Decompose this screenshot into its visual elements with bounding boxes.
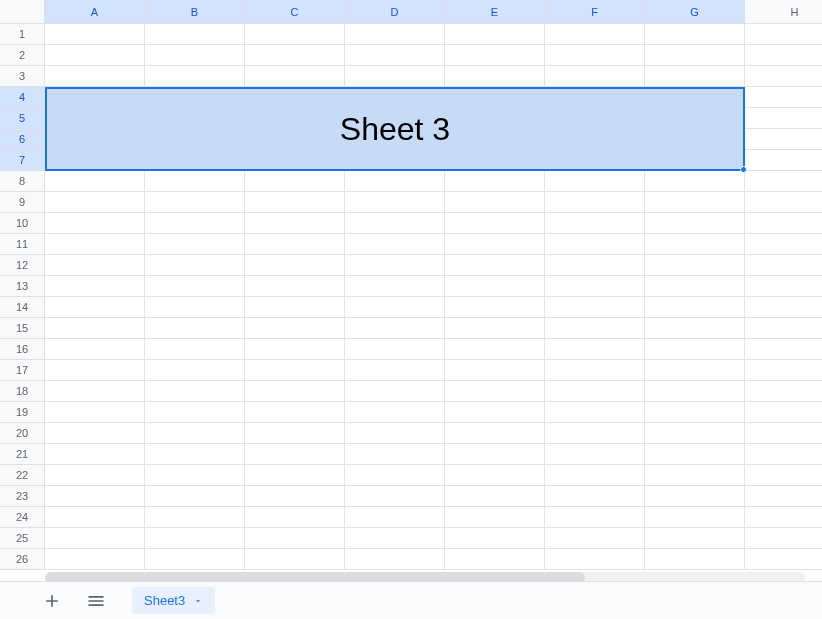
cell-B20[interactable] — [145, 423, 245, 444]
row-header-18[interactable]: 18 — [0, 381, 45, 402]
cell-F15[interactable] — [545, 318, 645, 339]
cell-D13[interactable] — [345, 276, 445, 297]
cell-D12[interactable] — [345, 255, 445, 276]
cell-D22[interactable] — [345, 465, 445, 486]
cell-F21[interactable] — [545, 444, 645, 465]
cell-D26[interactable] — [345, 549, 445, 570]
cell-D21[interactable] — [345, 444, 445, 465]
cell-C11[interactable] — [245, 234, 345, 255]
cell-C22[interactable] — [245, 465, 345, 486]
cell-H25[interactable] — [745, 528, 822, 549]
cell-A10[interactable] — [45, 213, 145, 234]
cell-B14[interactable] — [145, 297, 245, 318]
row-header-10[interactable]: 10 — [0, 213, 45, 234]
row-header-24[interactable]: 24 — [0, 507, 45, 528]
row-header-2[interactable]: 2 — [0, 45, 45, 66]
cell-F26[interactable] — [545, 549, 645, 570]
cell-C20[interactable] — [245, 423, 345, 444]
cell-D17[interactable] — [345, 360, 445, 381]
cell-H13[interactable] — [745, 276, 822, 297]
cell-B8[interactable] — [145, 171, 245, 192]
cell-D8[interactable] — [345, 171, 445, 192]
cell-E10[interactable] — [445, 213, 545, 234]
cell-G10[interactable] — [645, 213, 745, 234]
cell-G17[interactable] — [645, 360, 745, 381]
cell-F19[interactable] — [545, 402, 645, 423]
cell-C23[interactable] — [245, 486, 345, 507]
cell-F17[interactable] — [545, 360, 645, 381]
cell-B22[interactable] — [145, 465, 245, 486]
cell-A16[interactable] — [45, 339, 145, 360]
cell-B26[interactable] — [145, 549, 245, 570]
row-header-13[interactable]: 13 — [0, 276, 45, 297]
cell-B13[interactable] — [145, 276, 245, 297]
row-header-25[interactable]: 25 — [0, 528, 45, 549]
column-header-E[interactable]: E — [445, 0, 545, 24]
cell-F14[interactable] — [545, 297, 645, 318]
cell-G24[interactable] — [645, 507, 745, 528]
cell-A11[interactable] — [45, 234, 145, 255]
cell-F10[interactable] — [545, 213, 645, 234]
cell-C14[interactable] — [245, 297, 345, 318]
cell-H22[interactable] — [745, 465, 822, 486]
row-header-14[interactable]: 14 — [0, 297, 45, 318]
cell-E19[interactable] — [445, 402, 545, 423]
cell-E8[interactable] — [445, 171, 545, 192]
column-header-B[interactable]: B — [145, 0, 245, 24]
cell-E21[interactable] — [445, 444, 545, 465]
cell-F1[interactable] — [545, 24, 645, 45]
cell-G22[interactable] — [645, 465, 745, 486]
cell-A9[interactable] — [45, 192, 145, 213]
cell-G18[interactable] — [645, 381, 745, 402]
cell-A17[interactable] — [45, 360, 145, 381]
cell-F3[interactable] — [545, 66, 645, 87]
cell-C9[interactable] — [245, 192, 345, 213]
cell-D3[interactable] — [345, 66, 445, 87]
cell-H9[interactable] — [745, 192, 822, 213]
cell-F22[interactable] — [545, 465, 645, 486]
select-all-corner[interactable] — [0, 0, 45, 24]
cell-D2[interactable] — [345, 45, 445, 66]
cell-F12[interactable] — [545, 255, 645, 276]
cell-G15[interactable] — [645, 318, 745, 339]
row-header-1[interactable]: 1 — [0, 24, 45, 45]
cell-D9[interactable] — [345, 192, 445, 213]
cell-G8[interactable] — [645, 171, 745, 192]
cell-E18[interactable] — [445, 381, 545, 402]
cell-D23[interactable] — [345, 486, 445, 507]
cell-D24[interactable] — [345, 507, 445, 528]
cell-H1[interactable] — [745, 24, 822, 45]
row-header-12[interactable]: 12 — [0, 255, 45, 276]
cell-E14[interactable] — [445, 297, 545, 318]
row-header-16[interactable]: 16 — [0, 339, 45, 360]
row-header-4[interactable]: 4 — [0, 87, 45, 108]
cell-C21[interactable] — [245, 444, 345, 465]
cell-C16[interactable] — [245, 339, 345, 360]
cell-F13[interactable] — [545, 276, 645, 297]
cell-A12[interactable] — [45, 255, 145, 276]
cell-E23[interactable] — [445, 486, 545, 507]
row-header-8[interactable]: 8 — [0, 171, 45, 192]
all-sheets-button[interactable] — [82, 587, 110, 615]
cell-C12[interactable] — [245, 255, 345, 276]
cell-G26[interactable] — [645, 549, 745, 570]
column-header-D[interactable]: D — [345, 0, 445, 24]
cell-C19[interactable] — [245, 402, 345, 423]
cell-D11[interactable] — [345, 234, 445, 255]
cell-B9[interactable] — [145, 192, 245, 213]
cell-G12[interactable] — [645, 255, 745, 276]
cell-E13[interactable] — [445, 276, 545, 297]
row-header-19[interactable]: 19 — [0, 402, 45, 423]
column-header-F[interactable]: F — [545, 0, 645, 24]
row-header-21[interactable]: 21 — [0, 444, 45, 465]
cell-A20[interactable] — [45, 423, 145, 444]
cell-C13[interactable] — [245, 276, 345, 297]
cell-C25[interactable] — [245, 528, 345, 549]
cell-H12[interactable] — [745, 255, 822, 276]
column-header-G[interactable]: G — [645, 0, 745, 24]
cell-B15[interactable] — [145, 318, 245, 339]
cell-D18[interactable] — [345, 381, 445, 402]
cell-E3[interactable] — [445, 66, 545, 87]
row-header-5[interactable]: 5 — [0, 108, 45, 129]
cell-C1[interactable] — [245, 24, 345, 45]
